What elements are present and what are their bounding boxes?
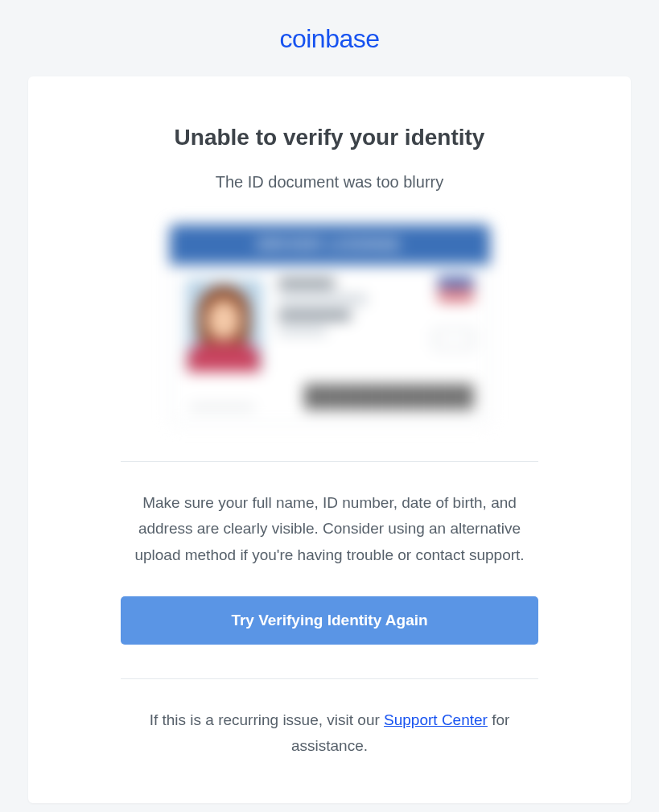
- coinbase-logo: coinbase: [279, 24, 379, 53]
- id-card-header: DRIVER LICENSE: [170, 225, 490, 265]
- id-photo: [186, 279, 262, 372]
- id-signature: [190, 392, 254, 408]
- id-illustration: DRIVER LICENSE: [169, 224, 491, 425]
- logo-container: coinbase: [28, 24, 631, 54]
- page-subheading: The ID document was too blurry: [121, 173, 538, 192]
- id-box: [434, 329, 474, 349]
- id-flag-icon: [438, 277, 474, 301]
- footer-prefix: If this is a recurring issue, visit our: [150, 711, 384, 728]
- id-card-header-text: DRIVER LICENSE: [257, 237, 402, 253]
- id-barcode: [305, 384, 474, 410]
- page-heading: Unable to verify your identity: [121, 125, 538, 150]
- divider: [121, 678, 538, 679]
- id-card-graphic: DRIVER LICENSE: [169, 224, 491, 425]
- instruction-text: Make sure your full name, ID number, dat…: [121, 490, 538, 568]
- main-card: Unable to verify your identity The ID do…: [28, 76, 631, 803]
- try-again-button[interactable]: Try Verifying Identity Again: [121, 596, 538, 645]
- footer-text: If this is a recurring issue, visit our …: [121, 707, 538, 760]
- divider: [121, 461, 538, 462]
- support-center-link[interactable]: Support Center: [384, 711, 488, 728]
